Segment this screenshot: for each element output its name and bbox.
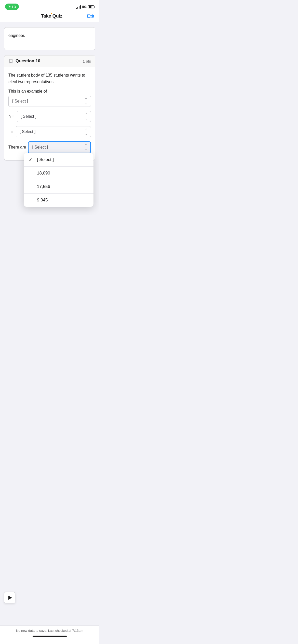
question-body-text: The student body of 135 students wants t… (8, 72, 91, 85)
question-card: Question 10 1 pts The student body of 13… (4, 55, 95, 160)
chevron-down-icon: ⌃⌄ (85, 97, 88, 105)
dropdown-option-label-3: 9,045 (37, 198, 48, 203)
chevron-updown-icon-r: ⌃⌄ (85, 128, 88, 136)
dropdown-option-9045[interactable]: 9,045 (24, 194, 93, 207)
bookmark-icon (8, 58, 13, 64)
main-content: engineer. Question 10 1 pts The student … (0, 27, 99, 160)
question-header-left: Question 10 (8, 58, 40, 64)
example-select-value: [ Select ] (12, 99, 28, 104)
example-label: This is an example of (8, 89, 91, 94)
there-are-row: There are [ Select ] ⌃⌄ (8, 141, 91, 153)
example-select[interactable]: [ Select ] ⌃⌄ (8, 96, 91, 107)
battery-icon (88, 5, 94, 8)
page-title: Take Quiz (41, 13, 62, 19)
dropdown-option-18090[interactable]: 18,090 (24, 167, 93, 180)
n-row: n = [ Select ] ⌃⌄ (8, 111, 91, 122)
dropdown-option-label-1: 18,090 (37, 171, 50, 176)
there-are-select[interactable]: [ Select ] ⌃⌄ (28, 141, 91, 153)
question-body: The student body of 135 students wants t… (4, 67, 95, 160)
nav-bar: Take Quiz Exit (0, 11, 99, 22)
there-are-label: There are (8, 145, 26, 150)
notification-dot (51, 13, 52, 14)
battery-fill (89, 6, 91, 8)
checkmark-icon: ✓ (29, 157, 34, 162)
example-select-wrapper: [ Select ] ⌃⌄ (8, 96, 91, 107)
signal-bars-icon (76, 5, 81, 9)
prev-card-text: engineer. (8, 33, 91, 39)
chevron-updown-icon-n: ⌃⌄ (85, 113, 88, 120)
there-are-section: There are [ Select ] ⌃⌄ ✓ [ Select ] 18,… (8, 141, 91, 153)
exit-button[interactable]: Exit (87, 14, 94, 19)
r-label: r = (8, 129, 13, 134)
dropdown-menu: ✓ [ Select ] 18,090 17,556 9,045 (24, 153, 93, 207)
dropdown-option-17556[interactable]: 17,556 (24, 180, 93, 194)
question-title: Question 10 (16, 58, 40, 64)
status-bar: 7:13 5G (0, 0, 99, 11)
question-points: 1 pts (83, 59, 91, 63)
dropdown-option-label-0: [ Select ] (37, 157, 54, 162)
there-are-select-value: [ Select ] (32, 145, 48, 150)
status-time: 7:13 (5, 4, 19, 10)
r-select[interactable]: [ Select ] ⌃⌄ (16, 126, 91, 137)
n-select[interactable]: [ Select ] ⌃⌄ (17, 111, 91, 122)
question-header: Question 10 1 pts (4, 55, 95, 67)
network-label: 5G (82, 5, 87, 9)
status-right: 5G (76, 5, 94, 9)
n-label: n = (8, 114, 14, 119)
dropdown-option-label-2: 17,556 (37, 184, 50, 189)
r-select-value: [ Select ] (20, 129, 35, 134)
n-select-value: [ Select ] (21, 114, 36, 119)
dropdown-option-select[interactable]: ✓ [ Select ] (24, 153, 93, 167)
r-row: r = [ Select ] ⌃⌄ (8, 126, 91, 137)
prev-question-card: engineer. (4, 27, 95, 50)
chevron-updown-icon-thereare: ⌃⌄ (85, 143, 87, 151)
